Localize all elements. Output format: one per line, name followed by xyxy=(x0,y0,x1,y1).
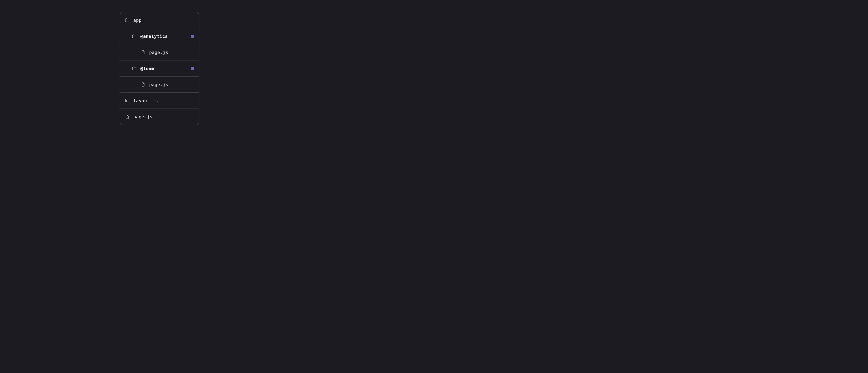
tree-row-label: @team xyxy=(141,66,187,71)
file-tree-diagram: app @analytics page.js @team xyxy=(0,0,319,137)
tree-row-label: app xyxy=(133,18,194,23)
tree-row-label: page.js xyxy=(149,82,194,87)
layout-icon xyxy=(125,98,130,103)
tree-row-analytics[interactable]: @analytics xyxy=(120,28,199,45)
folder-icon xyxy=(125,18,130,23)
file-icon xyxy=(141,82,146,87)
file-tree: app @analytics page.js @team xyxy=(120,12,199,125)
svg-rect-0 xyxy=(126,99,129,102)
tree-row-analytics-page[interactable]: page.js xyxy=(120,45,199,60)
tree-row-label: page.js xyxy=(149,50,194,55)
tree-row-team-page[interactable]: page.js xyxy=(120,77,199,93)
tree-row-label: @analytics xyxy=(141,34,187,39)
tree-row-label: layout.js xyxy=(133,98,194,103)
tree-row-app[interactable]: app xyxy=(120,12,199,28)
file-icon xyxy=(141,50,146,55)
tree-row-label: page.js xyxy=(133,114,194,119)
slot-indicator-dot xyxy=(191,35,194,38)
tree-row-team[interactable]: @team xyxy=(120,60,199,77)
folder-icon xyxy=(132,34,137,39)
file-icon xyxy=(125,114,130,119)
folder-icon xyxy=(132,66,137,71)
tree-row-layout[interactable]: layout.js xyxy=(120,93,199,109)
tree-row-root-page[interactable]: page.js xyxy=(120,109,199,125)
slot-indicator-dot xyxy=(191,67,194,70)
